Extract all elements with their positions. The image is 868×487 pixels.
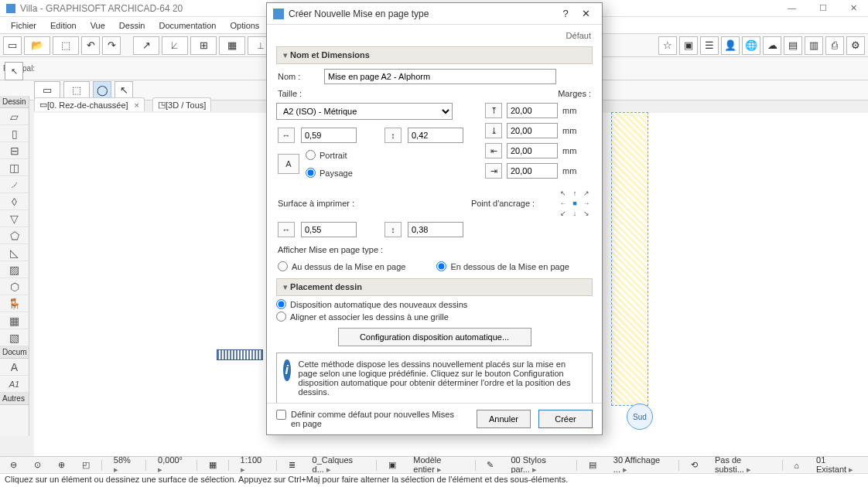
close-tab-icon[interactable]: × — [135, 100, 139, 110]
size-select[interactable]: A2 (ISO) - Métrique — [276, 103, 453, 120]
model-icon[interactable]: ▣ — [383, 458, 402, 472]
info-icon: i — [283, 359, 291, 381]
morph-tool[interactable]: ⬡ — [0, 278, 29, 295]
tool-line[interactable]: ↗ — [133, 36, 159, 55]
tool-books[interactable]: ▤ — [784, 36, 802, 55]
marges-label: Marges : — [558, 89, 591, 98]
margin-bottom-input[interactable] — [507, 123, 558, 138]
display-icon[interactable]: ▤ — [583, 458, 602, 472]
menu-edition[interactable]: Edition — [44, 19, 83, 32]
window-tool[interactable]: ⊟ — [0, 142, 29, 159]
menu-vue[interactable]: Vue — [84, 19, 111, 32]
beam-tool[interactable]: ⟋ — [0, 176, 29, 193]
margin-top-input[interactable] — [507, 103, 558, 118]
stair-tool[interactable]: ▽ — [0, 210, 29, 227]
exist-icon[interactable]: ⌂ — [788, 458, 805, 472]
dialog-close-button[interactable]: ✕ — [576, 8, 596, 19]
section-placement[interactable]: Placement dessin — [276, 278, 593, 296]
width-input[interactable] — [301, 128, 357, 143]
tool-layers[interactable]: ☰ — [700, 36, 719, 55]
margin-right-input[interactable] — [507, 163, 558, 179]
radio-above[interactable]: Au dessus de la Mise en page — [278, 261, 405, 271]
tool-new[interactable]: ▭ — [3, 36, 22, 55]
create-button[interactable]: Créer — [538, 410, 593, 428]
zoom-window[interactable]: ◰ — [77, 458, 95, 472]
anchor-grid[interactable]: ↖↑↗ ←■→ ↙↓↘ — [559, 189, 591, 217]
column-tool[interactable]: ◫ — [0, 159, 29, 176]
tool-fav[interactable]: ☆ — [658, 36, 677, 55]
zone-tool[interactable]: ▦ — [0, 312, 29, 329]
radio-auto-layout[interactable]: Disposition automatique des nouveaux des… — [276, 299, 593, 309]
slab-tool[interactable]: ◊ — [0, 193, 29, 210]
maximize-button[interactable]: ☐ — [815, 2, 832, 15]
tab-3d[interactable]: ◳ [3D / Tous] — [152, 97, 211, 111]
drawn-object[interactable] — [217, 349, 263, 360]
radio-below[interactable]: En dessous de la Mise en page — [436, 261, 569, 271]
dialog-footer: Définir comme défaut pour nouvelles Mise… — [267, 403, 602, 434]
close-button[interactable]: ✕ — [846, 2, 862, 15]
compass[interactable]: Sud — [627, 404, 658, 434]
tool-open[interactable]: 📂 — [24, 36, 50, 55]
default-link[interactable]: Défaut — [276, 29, 593, 43]
shell-tool[interactable]: ◺ — [0, 244, 29, 261]
wall-tool[interactable]: ▱ — [0, 108, 29, 125]
orientation-icon: A — [278, 154, 299, 174]
tool-catalog[interactable]: ▥ — [805, 36, 823, 55]
door-tool[interactable]: ▯ — [0, 125, 29, 142]
roof-tool[interactable]: ⬠ — [0, 227, 29, 244]
config-auto-button[interactable]: Configuration disposition automatique... — [338, 328, 531, 346]
dialog-help-button[interactable]: ? — [555, 8, 576, 19]
tool-select[interactable]: ⬚ — [53, 36, 79, 55]
object-tool[interactable]: 🪑 — [0, 295, 29, 312]
radio-grid-layout[interactable]: Aligner et associer les dessins à une gr… — [276, 312, 593, 322]
menu-documentation[interactable]: Documentation — [152, 19, 222, 32]
radio-portrait[interactable]: Portrait — [306, 150, 353, 160]
default-checkbox[interactable]: Définir comme défaut pour nouvelles Mise… — [276, 410, 454, 428]
cancel-button[interactable]: Annuler — [477, 410, 531, 428]
tool-settings[interactable]: ⚙ — [846, 36, 865, 55]
zoom-fit[interactable]: ⊙ — [29, 458, 46, 472]
name-input[interactable] — [324, 69, 556, 84]
curtain-tool[interactable]: ▨ — [0, 261, 29, 278]
tool-globe[interactable]: 🌐 — [742, 36, 760, 55]
radio-paysage[interactable]: Paysage — [306, 168, 353, 178]
tool-undo[interactable]: ↶ — [81, 36, 100, 55]
tab-floorplan[interactable]: ▭ [0. Rez-de-chaussée] × — [34, 97, 145, 111]
surf-height-input[interactable] — [408, 222, 463, 237]
minimize-button[interactable]: — — [783, 2, 801, 15]
surf-width-input[interactable] — [301, 222, 357, 237]
width-icon: ↔ — [278, 128, 295, 143]
margin-left-input[interactable] — [507, 143, 558, 158]
tool-snap[interactable]: ⊞ — [190, 36, 217, 55]
text-tool[interactable]: A — [0, 359, 29, 376]
margin-top-icon: ⤒ — [485, 103, 502, 118]
tool-user[interactable]: 👤 — [721, 36, 740, 55]
mesh-tool[interactable]: ▧ — [0, 329, 29, 346]
zoom-in[interactable]: ⊕ — [53, 458, 70, 472]
height-input[interactable] — [408, 128, 463, 143]
tool-grid[interactable]: ▦ — [219, 36, 245, 55]
surf-height-icon: ↕ — [384, 222, 402, 237]
layers-icon[interactable]: ≣ — [283, 458, 301, 472]
label-tool[interactable]: A1 — [0, 376, 29, 393]
tool-layout[interactable]: ▣ — [679, 36, 698, 55]
menu-options[interactable]: Options — [224, 19, 265, 32]
menu-fichier[interactable]: Fichier — [5, 19, 43, 32]
afficher-label: Afficher Mise en page type : — [278, 245, 383, 254]
arrow-tool[interactable]: ↖ — [5, 62, 23, 80]
dialog-master-layout: Créer Nouvelle Mise en page type ? ✕ Déf… — [266, 2, 603, 435]
subst-icon[interactable]: ⟲ — [685, 458, 703, 472]
tool-angle[interactable]: ⟀ — [162, 36, 188, 55]
toolbox-header-dessin: Dessin — [0, 96, 29, 108]
zoom-out[interactable]: ⊖ — [5, 458, 22, 472]
pens-icon[interactable]: ✎ — [481, 458, 499, 472]
unit-label: mm — [562, 126, 576, 135]
tool-redo[interactable]: ↷ — [102, 36, 121, 55]
section-name-dim[interactable]: Nom et Dimensions — [276, 46, 593, 64]
tool-print[interactable]: ⎙ — [825, 36, 844, 55]
tool-cloud[interactable]: ☁ — [763, 36, 781, 55]
menu-dessin[interactable]: Dessin — [113, 19, 152, 32]
name-label: Nom : — [278, 72, 318, 81]
toolbox-header-autres: Autres — [0, 393, 29, 405]
grid-icon[interactable]: ▦ — [203, 458, 222, 472]
